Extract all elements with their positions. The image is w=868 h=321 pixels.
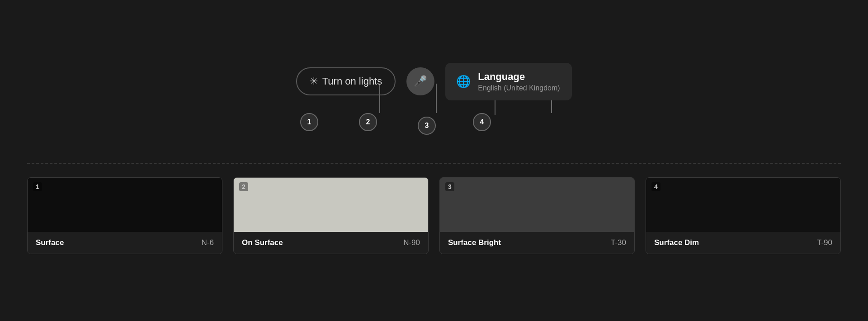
annotation-1: 1 — [300, 113, 318, 131]
language-card: 🌐 Language English (United Kingdom) — [445, 63, 572, 100]
color-card-1: 1 Surface N-6 — [27, 177, 222, 254]
color-label-1: Surface N-6 — [28, 232, 222, 254]
card-number-3: 3 — [445, 182, 454, 191]
lights-button-label: Turn on lights — [322, 76, 382, 87]
bottom-section: 1 Surface N-6 2 On Surface N-90 3 Surfac… — [0, 164, 868, 254]
color-label-4: Surface Dim T-90 — [646, 232, 840, 254]
language-title: Language — [478, 71, 560, 83]
color-name-4: Surface Dim — [654, 238, 699, 247]
card-number-1: 1 — [33, 182, 42, 191]
card-number-4: 4 — [651, 182, 660, 191]
color-code-1: N-6 — [202, 238, 214, 247]
language-text: Language English (United Kingdom) — [478, 71, 560, 92]
mic-button[interactable]: 🎤 — [406, 67, 434, 95]
color-code-2: N-90 — [403, 238, 420, 247]
language-subtitle: English (United Kingdom) — [478, 84, 560, 92]
top-section: ✳ Turn on lights 🎤 🌐 Language English (U… — [0, 0, 868, 163]
color-swatch-4 — [646, 178, 840, 232]
color-code-4: T-90 — [817, 238, 832, 247]
annotation-3: 3 — [418, 117, 436, 135]
turn-on-lights-button[interactable]: ✳ Turn on lights — [296, 67, 396, 95]
annotation-2: 2 — [359, 113, 377, 131]
top-elements: ✳ Turn on lights 🎤 🌐 Language English (U… — [296, 63, 572, 100]
color-name-3: Surface Bright — [448, 238, 501, 247]
color-code-3: T-30 — [611, 238, 626, 247]
color-card-4: 4 Surface Dim T-90 — [646, 177, 841, 254]
color-swatch-1 — [28, 178, 222, 232]
globe-icon: 🌐 — [456, 75, 471, 89]
color-name-1: Surface — [36, 238, 64, 247]
color-card-3: 3 Surface Bright T-30 — [439, 177, 635, 254]
mic-icon: 🎤 — [414, 75, 427, 88]
sun-icon: ✳ — [310, 76, 318, 87]
color-swatch-3 — [440, 178, 634, 232]
color-card-2: 2 On Surface N-90 — [233, 177, 429, 254]
color-label-2: On Surface N-90 — [234, 232, 428, 254]
annotation-4: 4 — [473, 113, 491, 131]
color-name-2: On Surface — [242, 238, 283, 247]
card-number-2: 2 — [239, 182, 248, 191]
color-swatch-2 — [234, 178, 428, 232]
color-label-3: Surface Bright T-30 — [440, 232, 634, 254]
